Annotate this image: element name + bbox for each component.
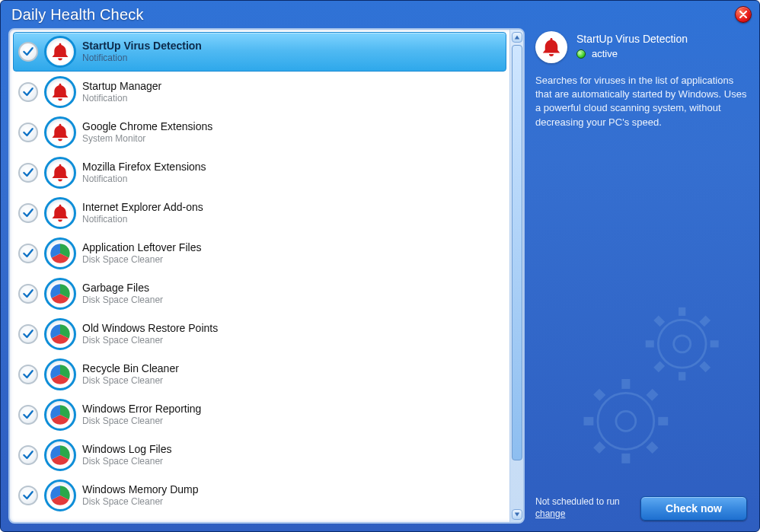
detail-header: StartUp Virus Detection active [535,31,747,63]
item-text: Startup ManagerNotification [82,80,161,104]
svg-line-19 [649,392,655,398]
item-subtitle: Notification [82,174,206,184]
list-item[interactable]: Old Windows Restore PointsDisk Space Cle… [13,314,506,354]
item-subtitle: Disk Space Cleaner [82,254,201,265]
window-title: Daily Health Check [11,6,144,24]
item-title: StartUp Virus Detection [82,40,202,53]
status-label: active [592,48,618,59]
list-item[interactable]: Garbage FilesDisk Space Cleaner [13,274,506,314]
pie-chart-icon [49,323,72,346]
scroll-track[interactable] [512,45,522,507]
category-icon-circle [44,76,76,108]
schedule-change-link[interactable]: change [535,508,565,519]
close-button[interactable] [735,6,752,23]
checkmark-icon [22,46,34,58]
pie-chart-icon [49,282,72,305]
check-toggle[interactable] [18,405,38,425]
list-item[interactable]: Google Chrome ExtensionsSystem Monitor [13,113,506,152]
bell-icon [49,162,71,183]
item-text: Mozilla Firefox ExtensionsNotification [82,161,206,184]
pie-chart-icon [49,242,72,265]
scrollbar[interactable] [509,30,523,522]
item-title: Recycle Bin Cleaner [82,362,179,375]
check-now-button[interactable]: Check now [640,496,747,521]
schedule-text: Not scheduled to run change [535,496,620,520]
bell-icon [49,41,71,62]
category-icon-circle [44,36,76,68]
check-toggle[interactable] [18,365,38,384]
scroll-down-button[interactable] [512,509,522,520]
item-subtitle: Notification [82,93,161,104]
svg-line-9 [702,318,708,324]
item-title: Internet Explorer Add-ons [82,201,203,214]
checkmark-icon [22,449,34,461]
check-toggle[interactable] [18,82,38,102]
item-subtitle: Disk Space Cleaner [82,416,201,426]
scroll-thumb[interactable] [512,45,522,460]
check-toggle[interactable] [18,284,38,304]
list-item[interactable]: Windows Memory DumpDisk Space Cleaner [13,476,506,515]
list-item[interactable]: Windows Log FilesDisk Space Cleaner [13,435,506,475]
check-toggle[interactable] [18,324,38,344]
check-toggle[interactable] [18,123,38,142]
category-icon-circle [44,318,76,350]
check-toggle[interactable] [18,445,38,465]
svg-point-0 [658,320,706,368]
checkmark-icon [22,126,34,139]
detail-title-block: StartUp Virus Detection active [576,31,688,59]
item-title: Garbage Files [82,282,163,295]
list-item[interactable]: Mozilla Firefox ExtensionsNotification [13,153,506,193]
category-icon-circle [44,479,76,511]
list-item[interactable]: Application Leftover FilesDisk Space Cle… [13,234,506,273]
checkmark-icon [22,489,34,502]
checkmark-icon [22,167,34,179]
item-title: Mozilla Firefox Extensions [82,161,206,174]
checkmark-icon [22,247,34,260]
detail-description: Searches for viruses in the list of appl… [535,74,747,129]
bell-icon [49,122,71,143]
category-icon-circle [44,399,76,431]
checkmark-icon [22,288,34,300]
checkmark-icon [22,368,34,381]
check-toggle[interactable] [18,486,38,505]
bell-icon [49,81,71,103]
category-icon-circle [44,116,76,148]
svg-line-8 [656,364,663,370]
svg-line-6 [656,318,663,324]
svg-point-1 [674,336,691,352]
list-item[interactable]: Startup ManagerNotification [13,72,506,112]
item-text: Application Leftover FilesDisk Space Cle… [82,241,201,265]
list-item[interactable]: Internet Explorer Add-onsNotification [13,193,506,233]
item-text: Recycle Bin CleanerDisk Space Cleaner [82,362,179,386]
check-toggle[interactable] [18,163,38,183]
check-toggle[interactable] [18,203,38,223]
svg-line-7 [702,364,708,370]
item-subtitle: Disk Space Cleaner [82,496,198,507]
svg-line-16 [596,392,602,398]
item-text: Garbage FilesDisk Space Cleaner [82,282,163,305]
svg-point-10 [598,393,654,449]
detail-footer: Not scheduled to run change Check now [535,496,747,521]
check-toggle[interactable] [18,42,38,62]
pie-chart-icon [49,363,72,386]
item-title: Windows Log Files [82,443,172,456]
status-dot-icon [576,49,586,59]
list-item[interactable]: Recycle Bin CleanerDisk Space Cleaner [13,355,506,394]
svg-line-17 [649,444,655,451]
svg-point-11 [616,411,636,431]
list-item[interactable]: Windows Error ReportingDisk Space Cleane… [13,395,506,435]
list-item[interactable]: StartUp Virus DetectionNotification [13,32,506,72]
item-subtitle: Disk Space Cleaner [82,456,172,467]
item-subtitle: Disk Space Cleaner [82,295,163,305]
bell-icon [49,202,71,224]
scroll-up-button[interactable] [512,32,522,43]
item-title: Old Windows Restore Points [82,322,218,335]
category-icon-circle [44,237,76,269]
item-text: Internet Explorer Add-onsNotification [82,201,203,225]
check-toggle[interactable] [18,244,38,263]
check-list[interactable]: StartUp Virus DetectionNotificationStart… [10,30,509,522]
item-subtitle: Disk Space Cleaner [82,335,218,346]
pie-chart-icon [49,444,72,467]
bell-icon [540,36,563,59]
gears-decoration [573,288,749,470]
